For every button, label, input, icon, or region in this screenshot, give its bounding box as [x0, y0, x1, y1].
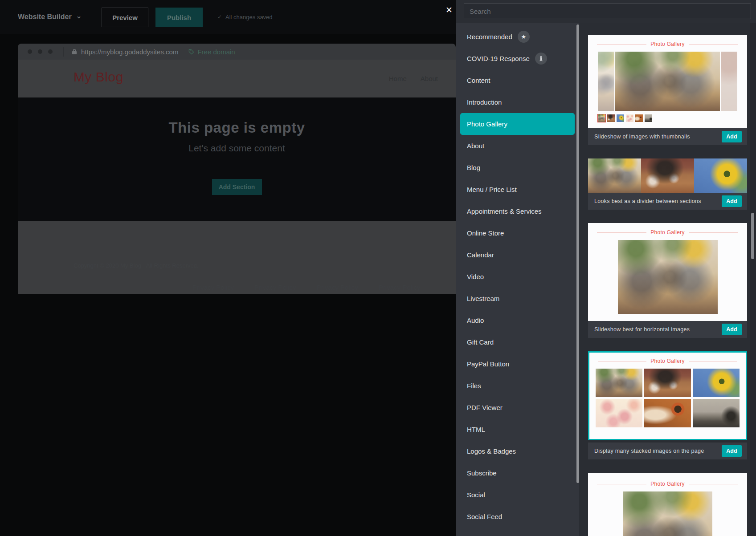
website-builder-menu[interactable]: Website Builder ⌄ [18, 0, 82, 34]
sidebar-item-label: Audio [467, 317, 484, 324]
privacy-policy-link[interactable]: Privacy Policy [379, 284, 420, 291]
close-panel-button[interactable]: ✕ [443, 4, 455, 16]
add-button[interactable]: Add [722, 195, 742, 207]
sidebar-item-about[interactable]: About [456, 135, 579, 157]
search-input[interactable] [464, 4, 751, 19]
nav-link-about[interactable]: About [421, 75, 438, 82]
preview-button[interactable]: Preview [102, 8, 148, 27]
divider [689, 44, 738, 45]
gallery-thumbnail [626, 114, 633, 122]
checkmark-icon: ✓ [217, 14, 222, 20]
divider [689, 484, 738, 484]
layout-card-horizontal-slideshow: Photo Gallery Slideshow best for horizon… [588, 223, 747, 338]
site-footer: Copyright © 2020 My Blog - All Rights Re… [18, 221, 456, 294]
nav-link-home[interactable]: Home [389, 75, 407, 82]
add-button[interactable]: Add [722, 131, 742, 142]
browser-dot [38, 49, 42, 54]
sidebar-item-label: PDF Viewer [467, 404, 503, 411]
sidebar-item-recommended[interactable]: Recommended ★ [456, 26, 579, 48]
sidebar-item-online-store[interactable]: Online Store [456, 222, 579, 244]
layout-preview[interactable]: Photo Gallery [588, 351, 747, 440]
sidebar-item-label: Menu / Price List [467, 186, 517, 193]
sidebar-item-logos-badges[interactable]: Logos & Badges [456, 440, 579, 462]
gallery-title: Photo Gallery [650, 229, 685, 236]
layout-caption: Looks best as a divider between sections [594, 198, 722, 204]
layout-caption-bar: Slideshow best for horizontal images Add [588, 321, 747, 338]
sidebar-item-pdf-viewer[interactable]: PDF Viewer [456, 397, 579, 418]
thumbnail-strip [598, 114, 747, 122]
gallery-photo [598, 52, 614, 111]
sidebar-item-appointments-services[interactable]: Appointments & Services [456, 200, 579, 222]
add-section-button[interactable]: Add Section [212, 179, 262, 195]
gallery-thumbnail [598, 114, 605, 122]
sidebar-item-content[interactable]: Content [456, 69, 579, 91]
browser-dot [48, 49, 53, 54]
copyright-text: Copyright © 2020 My Blog - All Rights Re… [74, 262, 199, 269]
sidebar-item-label: About [467, 142, 484, 150]
sidebar-item-livestream[interactable]: Livestream [456, 288, 579, 309]
content-scrollbar-track[interactable] [750, 23, 756, 536]
tag-icon [188, 49, 194, 55]
layout-card-slideshow-thumbnails: Photo Gallery [588, 35, 747, 145]
content-scrollbar-thumb[interactable] [751, 213, 754, 259]
gallery-photo [721, 52, 737, 111]
gallery-title: Photo Gallery [650, 41, 685, 47]
privacy-policy-link[interactable]: Privacy Policy [254, 284, 296, 291]
sidebar-item-label: Introduction [467, 98, 502, 106]
layout-preview[interactable]: Photo Gallery [588, 223, 747, 321]
layout-card-partial: Photo Gallery [588, 473, 747, 536]
add-button[interactable]: Add [722, 324, 742, 335]
sidebar-item-blog[interactable]: Blog [456, 157, 579, 179]
chevron-down-icon: ⌄ [76, 12, 82, 20]
sidebar-item-audio[interactable]: Audio [456, 309, 579, 331]
sidebar-item-covid19-response[interactable]: COVID-19 Response [456, 48, 579, 69]
publish-button[interactable]: Publish [155, 8, 203, 27]
site-url: https://myblog.godaddysites.com [81, 48, 178, 56]
layout-preview[interactable]: Photo Gallery [588, 473, 747, 536]
sidebar-item-label: Online Store [467, 229, 504, 237]
privacy-policy-link[interactable]: Privacy Policy [317, 284, 358, 291]
gallery-photo [615, 52, 720, 111]
slideshow-preview [598, 52, 737, 111]
layout-caption: Display many stacked images on the page [594, 448, 722, 454]
sidebar-item-menu-price-list[interactable]: Menu / Price List [456, 179, 579, 200]
sidebar-item-files[interactable]: Files [456, 375, 579, 397]
sidebar-item-video[interactable]: Video [456, 266, 579, 288]
browser-dot [28, 49, 32, 54]
section-category-sidebar: Recommended ★ COVID-19 Response Content … [456, 23, 579, 536]
sidebar-item-html[interactable]: HTML [456, 418, 579, 440]
sidebar-item-social-feed[interactable]: Social Feed [456, 506, 579, 528]
gallery-photo [693, 399, 740, 427]
sidebar-item-photo-gallery[interactable]: Photo Gallery [460, 113, 575, 135]
close-icon: ✕ [445, 5, 453, 15]
footer-links: Privacy Policy Privacy Policy Privacy Po… [192, 284, 420, 291]
divider [597, 44, 646, 45]
sidebar-item-label: COVID-19 Response [467, 55, 530, 62]
privacy-policy-link[interactable]: Privacy Policy [192, 284, 234, 291]
empty-page-section: This page is empty Let's add some conten… [18, 97, 456, 221]
sidebar-item-introduction[interactable]: Introduction [456, 91, 579, 113]
sidebar-item-label: Social Feed [467, 513, 502, 520]
sidebar-item-paypal-button[interactable]: PayPal Button [456, 353, 579, 375]
sidebar-item-subscribe[interactable]: Subscribe [456, 462, 579, 484]
gallery-photo [623, 491, 712, 536]
photo-grid [596, 369, 740, 427]
gallery-thumbnail [617, 114, 624, 122]
sidebar-item-label: Social [467, 491, 485, 499]
add-section-panel: Recommended ★ COVID-19 Response Content … [456, 0, 756, 536]
sidebar-item-label: Blog [467, 164, 480, 171]
gallery-thumbnail [607, 114, 615, 122]
layout-caption-bar: Display many stacked images on the page … [588, 443, 747, 459]
gallery-photo [641, 158, 694, 193]
sidebar-item-social[interactable]: Social [456, 484, 579, 506]
gallery-thumbnail [635, 114, 643, 122]
add-button[interactable]: Add [722, 445, 742, 457]
layout-preview[interactable] [588, 158, 747, 193]
gallery-photo [694, 158, 747, 193]
sidebar-scrollbar-thumb[interactable] [576, 24, 579, 483]
layout-preview[interactable]: Photo Gallery [588, 35, 747, 128]
sidebar-item-calendar[interactable]: Calendar [456, 244, 579, 266]
layout-caption: Slideshow best for horizontal images [594, 326, 722, 333]
sidebar-item-gift-card[interactable]: Gift Card [456, 331, 579, 353]
sidebar-item-label: HTML [467, 426, 485, 433]
